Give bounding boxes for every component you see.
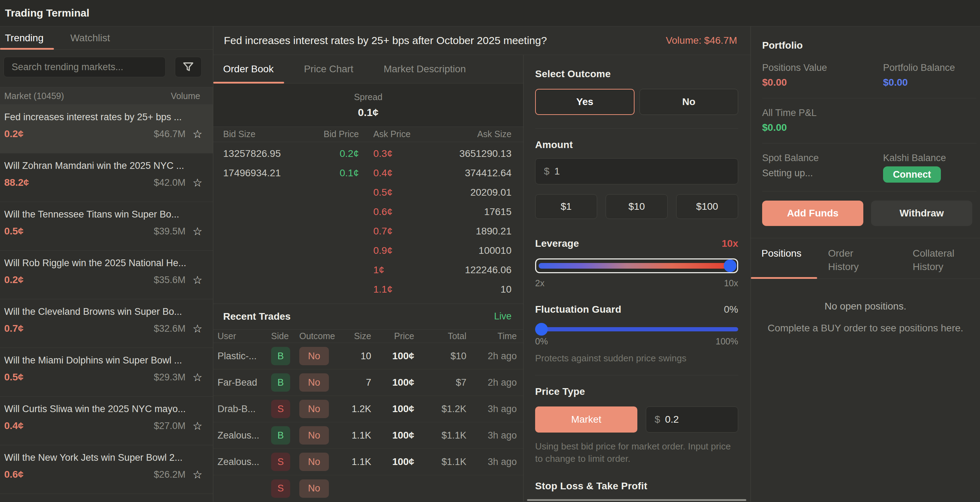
price-type-help-text: Using best bid price for market order. I… (535, 440, 738, 465)
orderbook-row[interactable]: 17496934.21 0.1¢ 0.4¢ 374412.64 (213, 164, 523, 183)
main-layout: Trending Watchlist Search trending marke… (0, 27, 980, 502)
market-title: Will the Tennessee Titans win Super Bo..… (4, 209, 202, 220)
positions-hint-message: Complete a BUY order to see positions he… (751, 322, 980, 334)
active-tab-underline (751, 277, 817, 279)
orderbook-rows: 13257826.95 0.2¢ 0.3¢ 3651290.13 1749693… (213, 142, 523, 304)
col-ask-size: Ask Size (425, 129, 512, 139)
withdraw-button[interactable]: Withdraw (871, 200, 972, 226)
fluctuation-guard-slider[interactable] (535, 327, 738, 331)
horizontal-scrollbar[interactable] (527, 499, 746, 501)
star-icon[interactable] (192, 469, 202, 480)
market-list-item[interactable]: Will the Cleveland Browns win Super Bo..… (0, 299, 213, 348)
market-list-item[interactable]: Will the New York Jets win Super Bowl 2.… (0, 445, 213, 494)
col-ask-price: Ask Price (373, 129, 425, 139)
markets-sidebar: Trending Watchlist Search trending marke… (0, 27, 213, 502)
market-title: Will the New York Jets win Super Bowl 2.… (4, 452, 202, 463)
spread-value: 0.1¢ (358, 106, 378, 118)
star-icon[interactable] (192, 421, 202, 432)
connect-button[interactable]: Connect (883, 167, 941, 183)
leverage-slider-thumb[interactable] (724, 259, 737, 272)
orderbook-row[interactable]: 1¢ 122246.06 (213, 261, 523, 280)
search-input[interactable]: Search trending markets... (3, 57, 166, 77)
trade-row[interactable]: Zealous... B No 1.1K 100¢ $1.1K 3h ago (213, 423, 523, 449)
market-title: Will Curtis Sliwa win the 2025 NYC mayo.… (4, 404, 202, 415)
tab-trending-label: Trending (5, 32, 43, 44)
limit-price-value: 0.2 (665, 414, 679, 425)
star-icon[interactable] (192, 177, 202, 188)
orderbook-panel: Order Book Price Chart Market Descriptio… (213, 55, 523, 502)
orderbook-row[interactable]: 0.7¢ 1890.21 (213, 222, 523, 241)
tab-collateral-history[interactable]: Collateral History (913, 247, 966, 278)
market-title: Will the Cleveland Browns win Super Bo..… (4, 307, 202, 317)
portfolio-balance-value: $0.00 (883, 77, 977, 88)
search-placeholder: Search trending markets... (12, 62, 123, 73)
orderbook-row[interactable]: 0.6¢ 17615 (213, 202, 523, 222)
orderbook-row[interactable]: 0.5¢ 20209.01 (213, 183, 523, 202)
quick-amount-100-button[interactable]: $100 (676, 194, 738, 219)
tab-price-chart-label: Price Chart (304, 64, 353, 75)
amount-label: Amount (535, 139, 738, 151)
yes-button[interactable]: Yes (535, 89, 635, 115)
volume-column-label: Volume (171, 91, 200, 101)
market-title: Will the Miami Dolphins win Super Bowl .… (4, 355, 202, 366)
quick-amount-10-button[interactable]: $10 (606, 194, 668, 219)
market-volume: $26.2M (154, 469, 185, 480)
leverage-label: Leverage (535, 238, 579, 249)
fluctuation-guard-label: Fluctuation Guard (535, 304, 622, 315)
trades-table-header: User Side Outcome Size Price Total Time (213, 329, 523, 343)
tab-market-description[interactable]: Market Description (383, 55, 476, 83)
tab-positions[interactable]: Positions (751, 247, 828, 278)
tab-watchlist[interactable]: Watchlist (65, 27, 121, 49)
amount-value: 1 (555, 166, 560, 177)
market-list-item[interactable]: Will Rob Riggle win the 2025 National He… (0, 251, 213, 299)
market-list-item[interactable]: Will Curtis Sliwa win the 2025 NYC mayo.… (0, 397, 213, 445)
limit-price-input[interactable]: $ 0.2 (646, 407, 738, 432)
market-title: Will Rob Riggle win the 2025 National He… (4, 258, 202, 268)
star-icon[interactable] (192, 372, 202, 383)
trade-row-partial: S No (213, 475, 523, 502)
tab-price-chart[interactable]: Price Chart (304, 55, 364, 83)
quick-amount-1-button[interactable]: $1 (535, 194, 597, 219)
market-order-button[interactable]: Market (535, 407, 637, 432)
outcome-no-badge: No (299, 373, 329, 392)
tab-order-book-label: Order Book (223, 64, 274, 75)
fluctuation-guard-value: 0% (724, 304, 738, 315)
outcome-no-badge: No (299, 347, 329, 365)
tab-trending[interactable]: Trending (0, 27, 54, 49)
add-funds-button[interactable]: Add Funds (762, 200, 863, 226)
tab-market-description-label: Market Description (383, 64, 466, 75)
trade-row[interactable]: Drab-B... S No 1.2K 100¢ $1.2K 3h ago (213, 396, 523, 423)
no-button[interactable]: No (640, 89, 738, 115)
trade-row[interactable]: Far-Bead B No 7 100¢ $7 2h ago (213, 369, 523, 396)
trade-row[interactable]: Zealous... S No 1.1K 100¢ $1.1K 3h ago (213, 449, 523, 475)
orderbook-row[interactable]: 1.1¢ 10 (213, 280, 523, 299)
market-list-item[interactable]: Will the Tennessee Titans win Super Bo..… (0, 202, 213, 251)
leverage-slider[interactable] (535, 258, 738, 273)
market-list-item[interactable]: Will Zohran Mamdani win the 2025 NYC ...… (0, 153, 213, 202)
market-volume: $32.6M (154, 323, 185, 334)
amount-input[interactable]: $ 1 (535, 158, 738, 184)
fluctuation-guard-thumb[interactable] (535, 323, 548, 335)
search-row: Search trending markets... (0, 50, 213, 87)
market-header: Fed increases interest rates by 25+ bps … (213, 27, 751, 55)
market-title: Fed increases interest rates by 25+ bps … (4, 112, 202, 123)
stop-loss-label: Stop Loss & Take Profit (535, 480, 738, 492)
tab-order-book[interactable]: Order Book (213, 55, 284, 83)
tab-order-history[interactable]: Order History (828, 247, 913, 278)
orderbook-row[interactable]: 0.9¢ 100010 (213, 241, 523, 261)
star-icon[interactable] (192, 129, 202, 140)
side-buy-badge: B (271, 347, 290, 365)
market-title: Will Zohran Mamdani win the 2025 NYC ... (4, 160, 202, 172)
orderbook-row[interactable]: 13257826.95 0.2¢ 0.3¢ 3651290.13 (213, 144, 523, 164)
market-list-item[interactable]: Fed increases interest rates by 25+ bps … (0, 105, 213, 153)
trade-row[interactable]: Plastic-... B No 10 100¢ $10 2h ago (213, 343, 523, 369)
market-volume: $46.7M (154, 129, 185, 140)
market-question: Fed increases interest rates by 25+ bps … (224, 35, 666, 46)
orderbook-header: Bid Size Bid Price Ask Price Ask Size (213, 127, 523, 142)
star-icon[interactable] (192, 226, 202, 237)
guard-min-label: 0% (535, 336, 548, 346)
filter-button[interactable] (175, 57, 202, 77)
star-icon[interactable] (192, 275, 202, 286)
star-icon[interactable] (192, 323, 202, 334)
market-list-item[interactable]: Will the Miami Dolphins win Super Bowl .… (0, 348, 213, 397)
